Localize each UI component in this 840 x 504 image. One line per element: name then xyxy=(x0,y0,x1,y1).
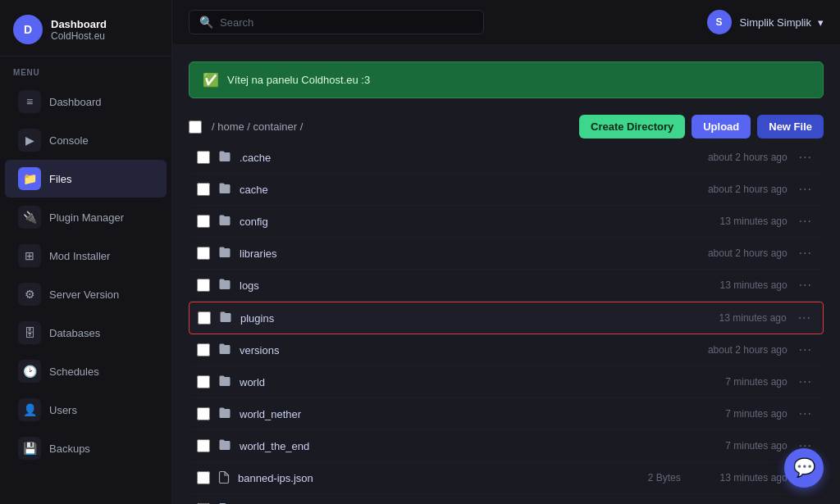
file-checkbox[interactable] xyxy=(197,343,210,356)
file-context-menu[interactable]: ··· xyxy=(796,244,815,262)
file-checkbox[interactable] xyxy=(197,375,210,388)
discord-fab[interactable]: 💬 xyxy=(784,448,824,488)
sidebar-item-server-version[interactable]: ⚙ Server Version xyxy=(5,275,167,313)
table-row: cache about 2 hours ago ··· xyxy=(189,174,824,206)
sidebar-item-schedules[interactable]: 🕑 Schedules xyxy=(5,352,167,390)
file-context-menu[interactable]: ··· xyxy=(796,180,815,198)
sidebar-item-label-backups: Backups xyxy=(49,443,90,455)
file-checkbox[interactable] xyxy=(197,183,210,196)
main-content: 🔍 S Simplik Simplik ▾ ✅ Vítej na panelu … xyxy=(172,0,840,504)
sidebar-item-databases[interactable]: 🗄 Databases xyxy=(5,314,167,352)
sidebar-item-label-schedules: Schedules xyxy=(49,366,99,378)
file-checkbox[interactable] xyxy=(197,215,210,228)
sidebar-item-backups[interactable]: 💾 Backups xyxy=(5,429,167,467)
discord-icon: 💬 xyxy=(793,457,815,479)
folder-icon xyxy=(218,247,231,261)
file-checkbox[interactable] xyxy=(198,311,211,325)
file-time: 7 minutes ago xyxy=(681,408,796,420)
file-name[interactable]: versions xyxy=(240,344,623,356)
search-input[interactable] xyxy=(220,16,473,29)
table-row: banned-players.json 2 Bytes 13 minutes a… xyxy=(189,494,824,504)
file-checkbox[interactable] xyxy=(197,151,210,164)
search-icon: 🔍 xyxy=(199,16,213,29)
file-context-menu[interactable]: ··· xyxy=(796,405,815,423)
sidebar-item-plugin-manager[interactable]: 🔌 Plugin Manager xyxy=(5,198,167,236)
sidebar-logo: D xyxy=(13,15,43,44)
file-context-menu[interactable]: ··· xyxy=(796,341,815,359)
file-checkbox[interactable] xyxy=(197,279,210,292)
sidebar-nav: ≡ Dashboard ▶ Console 📁 Files 🔌 Plugin M… xyxy=(0,82,171,468)
table-row: world_nether 7 minutes ago ··· xyxy=(189,398,824,430)
sidebar-title-line1: Dashboard xyxy=(51,18,107,30)
file-time: 13 minutes ago xyxy=(681,216,796,227)
plugin-manager-icon: 🔌 xyxy=(18,206,41,229)
sidebar-item-dashboard[interactable]: ≡ Dashboard xyxy=(5,83,167,120)
file-context-menu[interactable]: ··· xyxy=(796,148,815,166)
content-area: ✅ Vítej na panelu Coldhost.eu :3 / home … xyxy=(172,45,840,504)
file-name[interactable]: plugins xyxy=(240,312,623,325)
file-manager-header: / home / container / Create Directory Up… xyxy=(189,115,824,138)
file-actions: Create Directory Upload New File xyxy=(579,115,824,138)
file-time: about 2 hours ago xyxy=(681,344,796,356)
sidebar-item-users[interactable]: 👤 Users xyxy=(5,391,167,429)
file-context-menu[interactable]: ··· xyxy=(796,501,815,504)
server-version-icon: ⚙ xyxy=(18,283,41,306)
file-path: / home / container / xyxy=(189,120,303,134)
menu-label: MENU xyxy=(0,57,171,82)
file-name[interactable]: config xyxy=(240,216,623,228)
sidebar-item-label-plugin-manager: Plugin Manager xyxy=(49,211,124,224)
table-row: versions about 2 hours ago ··· xyxy=(189,334,824,366)
table-row: .cache about 2 hours ago ··· xyxy=(189,142,824,174)
file-name[interactable]: logs xyxy=(240,279,623,292)
welcome-banner: ✅ Vítej na panelu Coldhost.eu :3 xyxy=(189,61,824,98)
user-menu-button[interactable]: Simplik Simplik ▾ xyxy=(740,16,824,29)
file-time: about 2 hours ago xyxy=(681,184,796,195)
sidebar-title-line2: ColdHost.eu xyxy=(51,30,107,42)
databases-icon: 🗄 xyxy=(18,321,41,344)
file-context-menu[interactable]: ··· xyxy=(796,276,815,294)
file-name[interactable]: .cache xyxy=(240,152,623,164)
file-name[interactable]: banned-ips.json xyxy=(238,472,623,484)
table-row: plugins 13 minutes ago ··· xyxy=(189,302,824,334)
file-name[interactable]: libraries xyxy=(240,247,623,260)
sidebar-item-label-files: Files xyxy=(49,173,71,185)
console-icon: ▶ xyxy=(18,129,41,152)
file-checkbox[interactable] xyxy=(197,471,210,484)
file-time: 7 minutes ago xyxy=(681,440,796,452)
path-text: / home / container / xyxy=(212,120,303,133)
file-name[interactable]: world_the_end xyxy=(240,440,623,452)
file-name[interactable]: world xyxy=(240,376,623,388)
sidebar: D Dashboard ColdHost.eu MENU ≡ Dashboard… xyxy=(0,0,172,504)
file-time: 13 minutes ago xyxy=(680,312,795,324)
search-box: 🔍 xyxy=(189,10,484,34)
select-all-checkbox[interactable] xyxy=(189,120,202,134)
file-time: 7 minutes ago xyxy=(681,376,796,388)
file-context-menu[interactable]: ··· xyxy=(796,212,815,230)
file-checkbox[interactable] xyxy=(197,407,210,420)
file-checkbox[interactable] xyxy=(197,439,210,452)
file-list: .cache about 2 hours ago ··· cache about… xyxy=(189,142,824,504)
sidebar-header: D Dashboard ColdHost.eu xyxy=(0,0,171,57)
file-time: 13 minutes ago xyxy=(681,472,796,484)
file-name[interactable]: cache xyxy=(240,184,623,196)
table-row: config 13 minutes ago ··· xyxy=(189,206,824,238)
sidebar-item-label-databases: Databases xyxy=(49,327,100,339)
file-checkbox[interactable] xyxy=(197,247,210,260)
check-circle-icon: ✅ xyxy=(203,72,219,88)
schedules-icon: 🕑 xyxy=(18,360,41,383)
file-context-menu[interactable]: ··· xyxy=(796,373,815,391)
file-time: about 2 hours ago xyxy=(681,152,796,163)
sidebar-item-mod-installer[interactable]: ⊞ Mod Installer xyxy=(5,237,167,275)
file-time: 13 minutes ago xyxy=(681,279,796,291)
table-row: logs 13 minutes ago ··· xyxy=(189,270,824,302)
create-directory-button[interactable]: Create Directory xyxy=(579,115,685,138)
sidebar-item-console[interactable]: ▶ Console xyxy=(5,121,167,159)
folder-icon xyxy=(218,439,231,453)
upload-button[interactable]: Upload xyxy=(692,115,751,138)
sidebar-item-files[interactable]: 📁 Files xyxy=(5,160,167,198)
file-name[interactable]: world_nether xyxy=(240,408,623,420)
sidebar-title: Dashboard ColdHost.eu xyxy=(51,18,107,42)
new-file-button[interactable]: New File xyxy=(757,115,824,138)
file-context-menu[interactable]: ··· xyxy=(795,309,815,327)
users-icon: 👤 xyxy=(18,398,41,421)
